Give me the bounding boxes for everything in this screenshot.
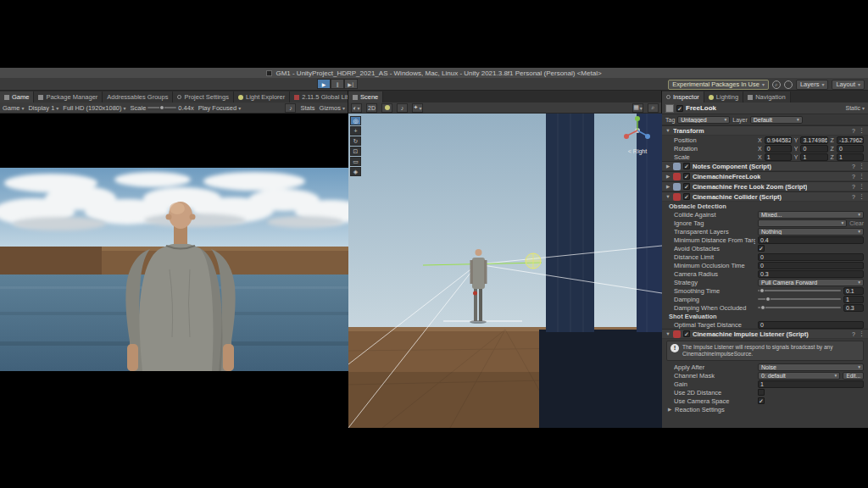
impulse-enabled-checkbox[interactable]: ✓ bbox=[683, 330, 690, 337]
camera-radius-field[interactable]: 0.3 bbox=[758, 270, 864, 278]
distance-limit-field[interactable]: 0 bbox=[758, 253, 864, 261]
collide-against-dropdown[interactable]: Mixed... ▾ bbox=[758, 211, 864, 219]
2d-toggle[interactable]: 2D bbox=[366, 103, 377, 113]
use-camera-space-checkbox[interactable]: ✓ bbox=[758, 397, 765, 404]
gameobject-active-checkbox[interactable]: ✓ bbox=[676, 105, 683, 112]
transform-header[interactable]: ▼ Transform ? ⋮ bbox=[662, 125, 868, 136]
layers-dropdown[interactable]: Layers ▾ bbox=[796, 80, 829, 90]
use-2d-distance-checkbox[interactable] bbox=[758, 389, 765, 396]
foldout-open-icon[interactable]: ▼ bbox=[665, 194, 670, 199]
collider-enabled-checkbox[interactable]: ✓ bbox=[683, 193, 690, 200]
help-icon[interactable]: ? bbox=[852, 128, 855, 134]
pause-button[interactable]: ∥ bbox=[331, 79, 344, 89]
freelook-zoom-enabled-checkbox[interactable]: ✓ bbox=[683, 183, 690, 190]
draw-mode-dropdown[interactable]: ◐▾ bbox=[351, 103, 362, 113]
tab-project-settings[interactable]: Project Settings bbox=[173, 92, 234, 103]
gameobject-name[interactable]: FreeLook bbox=[686, 104, 716, 112]
display-dropdown[interactable]: Display 1 ▾ bbox=[28, 104, 58, 112]
foldout-closed-icon[interactable]: ▶ bbox=[667, 407, 672, 412]
foldout-closed-icon[interactable]: ▶ bbox=[665, 164, 670, 169]
optimal-distance-field[interactable]: 0 bbox=[758, 321, 864, 329]
static-dropdown[interactable]: Static ▾ bbox=[845, 105, 865, 111]
scale-y-field[interactable]: 1 bbox=[800, 153, 827, 161]
scale-z-field[interactable]: 1 bbox=[837, 153, 864, 161]
orientation-label[interactable]: < Right bbox=[628, 148, 647, 155]
kebab-menu-icon[interactable]: ⋮ bbox=[859, 173, 865, 180]
rotate-tool-icon[interactable]: ↻ bbox=[350, 136, 361, 146]
ignore-tag-dropdown[interactable]: ▾ bbox=[758, 219, 847, 227]
help-icon[interactable]: ? bbox=[852, 164, 855, 169]
foldout-closed-icon[interactable]: ▶ bbox=[665, 174, 670, 179]
apply-after-dropdown[interactable]: Noise ▾ bbox=[758, 363, 864, 371]
rotation-z-field[interactable]: 0 bbox=[837, 145, 864, 152]
experimental-packages-dropdown[interactable]: Experimental Packages In Use ▾ bbox=[668, 80, 769, 90]
layer-dropdown[interactable]: Default ▾ bbox=[750, 116, 803, 124]
game-view-mode-dropdown[interactable]: Game ▾ bbox=[3, 104, 24, 112]
tab-lighting[interactable]: Lighting bbox=[704, 92, 743, 103]
tab-package-manager[interactable]: Package Manager bbox=[34, 92, 103, 103]
scale-slider-track[interactable] bbox=[147, 107, 176, 108]
scene-search-icon[interactable]: ⌕ bbox=[648, 103, 659, 113]
impulse-component-header[interactable]: ▼ ✓ Cinemachine Impulse Listener (Script… bbox=[662, 329, 868, 339]
gizmos-dropdown[interactable]: Gizmos ▾ bbox=[320, 104, 345, 112]
channel-mask-edit-button[interactable]: Edit... bbox=[843, 372, 864, 380]
channel-mask-dropdown[interactable]: 0: default ▾ bbox=[758, 372, 840, 380]
notes-enabled-checkbox[interactable]: ✓ bbox=[683, 163, 690, 169]
min-occlusion-field[interactable]: 0 bbox=[758, 262, 864, 269]
position-x-field[interactable]: 0.9445822 bbox=[765, 136, 792, 144]
freelook-rig-handle[interactable] bbox=[526, 253, 541, 269]
account-icon[interactable] bbox=[784, 80, 793, 89]
hand-tool-icon[interactable]: ◎ bbox=[350, 116, 361, 125]
mute-audio-icon[interactable]: ♪ bbox=[285, 103, 296, 113]
smoothing-time-field[interactable]: 0.1 bbox=[843, 287, 864, 295]
tab-addressables-groups[interactable]: Addressables Groups bbox=[103, 92, 173, 103]
play-focused-dropdown[interactable]: Play Focused ▾ bbox=[198, 104, 241, 112]
rotation-y-field[interactable]: 0 bbox=[800, 145, 827, 152]
avoid-obstacles-checkbox[interactable]: ✓ bbox=[758, 245, 765, 252]
tab-game[interactable]: Game bbox=[0, 92, 34, 103]
notes-component-header[interactable]: ▶ ✓ Notes Component (Script) ?⋮ bbox=[662, 161, 868, 171]
gain-field[interactable]: 1 bbox=[758, 380, 864, 388]
strategy-dropdown[interactable]: Pull Camera Forward ▾ bbox=[758, 279, 864, 286]
reaction-settings-row[interactable]: ▶ Reaction Settings bbox=[662, 405, 868, 413]
step-button[interactable]: ▶∣ bbox=[344, 79, 358, 89]
scale-slider[interactable]: Scale 0.44x bbox=[131, 104, 194, 112]
layout-dropdown[interactable]: Layout ▾ bbox=[832, 80, 865, 90]
tab-scene[interactable]: Scene bbox=[348, 92, 383, 103]
damping-slider[interactable] bbox=[758, 298, 841, 300]
damping-field[interactable]: 1 bbox=[843, 296, 864, 303]
position-z-field[interactable]: -13.79629 bbox=[837, 136, 864, 144]
kebab-menu-icon[interactable]: ⋮ bbox=[859, 193, 865, 200]
play-button[interactable]: ▶ bbox=[317, 79, 331, 89]
stats-button[interactable]: Stats bbox=[300, 104, 314, 112]
tab-navigation[interactable]: Navigation bbox=[743, 92, 790, 103]
scale-tool-icon[interactable]: ⊡ bbox=[350, 147, 361, 156]
collider-component-header[interactable]: ▼ ✓ Cinemachine Collider (Script) ?⋮ bbox=[662, 191, 868, 202]
tag-dropdown[interactable]: Untagged ▾ bbox=[677, 116, 730, 124]
foldout-open-icon[interactable]: ▼ bbox=[665, 128, 670, 133]
scale-x-field[interactable]: 1 bbox=[765, 153, 792, 161]
tab-global-library[interactable]: 2.11.5 Global Library bbox=[290, 92, 348, 103]
ignore-tag-clear-button[interactable]: Clear bbox=[849, 220, 864, 226]
kebab-menu-icon[interactable]: ⋮ bbox=[859, 330, 865, 337]
scene-lighting-toggle[interactable] bbox=[381, 103, 392, 113]
search-icon[interactable]: ⌕ bbox=[772, 80, 781, 89]
rect-tool-icon[interactable]: ▭ bbox=[350, 157, 361, 166]
foldout-closed-icon[interactable]: ▶ bbox=[665, 184, 670, 189]
help-icon[interactable]: ? bbox=[852, 174, 855, 180]
grid-dropdown[interactable]: ▦▾ bbox=[632, 103, 643, 113]
transform-tool-icon[interactable]: ◈ bbox=[350, 167, 361, 176]
help-icon[interactable]: ? bbox=[852, 331, 855, 337]
min-distance-field[interactable]: 0.4 bbox=[758, 236, 864, 244]
help-icon[interactable]: ? bbox=[852, 194, 855, 200]
kebab-menu-icon[interactable]: ⋮ bbox=[859, 183, 865, 190]
foldout-open-icon[interactable]: ▼ bbox=[665, 331, 670, 336]
transparent-layers-dropdown[interactable]: Nothing ▾ bbox=[758, 228, 864, 236]
freelook-component-header[interactable]: ▶ ✓ CinemachineFreeLook ?⋮ bbox=[662, 171, 868, 181]
smoothing-time-slider[interactable] bbox=[758, 290, 841, 291]
damping-occluded-slider[interactable] bbox=[758, 307, 841, 308]
scene-audio-toggle[interactable]: ♪ bbox=[397, 103, 408, 113]
rotation-x-field[interactable]: 0 bbox=[765, 145, 792, 152]
scale-slider-knob[interactable] bbox=[159, 105, 164, 110]
resolution-dropdown[interactable]: Full HD (1920x1080) ▾ bbox=[63, 104, 125, 112]
